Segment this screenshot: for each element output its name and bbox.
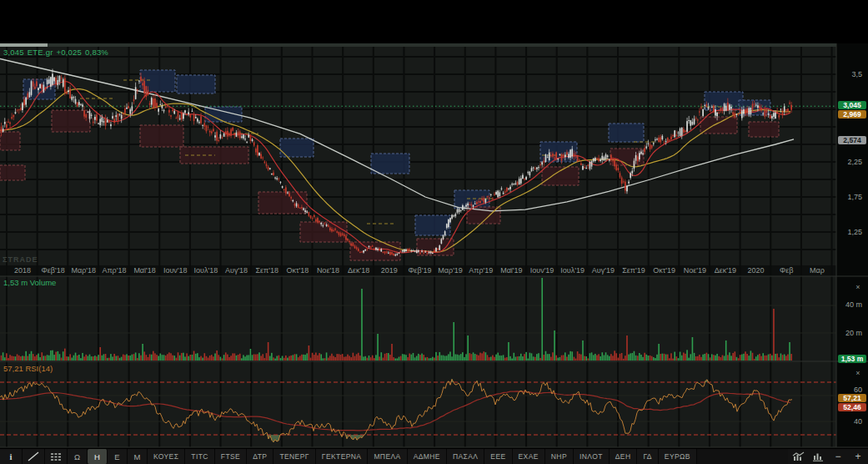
timeframe-button-Η[interactable]: Η <box>88 449 108 464</box>
ticker-button-ΓΕΚΤΕΡΝΑ[interactable]: ΓΕΚΤΕΡΝΑ <box>316 449 369 464</box>
volume-bar <box>264 358 266 361</box>
volume-bar <box>208 358 209 361</box>
volume-bar <box>711 354 713 361</box>
candle-body <box>674 130 675 137</box>
ticker-button-ΕΕΕ[interactable]: ΕΕΕ <box>484 449 512 464</box>
rsi-close-button[interactable]: × <box>852 369 864 378</box>
candle-body <box>211 131 213 133</box>
volume-close-button[interactable]: × <box>852 283 864 292</box>
candle-body <box>135 87 137 99</box>
volume-bar <box>485 352 487 361</box>
candle-body <box>504 191 506 192</box>
trendline-tool-icon[interactable] <box>23 449 45 464</box>
volume-bar <box>690 354 692 361</box>
candle-body <box>255 149 257 152</box>
candle-body <box>490 194 492 195</box>
zoom-in-button[interactable]: + <box>848 449 868 464</box>
candle-body <box>153 98 154 108</box>
ticker-button-ΠΑΣΑΛ[interactable]: ΠΑΣΑΛ <box>447 449 484 464</box>
candle-body <box>347 239 349 240</box>
volume-bar <box>554 330 555 361</box>
ticker-shortcut-group: ΚΟΥΕΣΤΙΤCFTSEΔΤΡΤΕΝΕΡΓΓΕΚΤΕΡΝΑΜΠΕΛΑΑΔΜΗΕ… <box>148 449 697 464</box>
ticker-button-FTSE[interactable]: FTSE <box>215 449 247 464</box>
candle-body <box>244 139 246 139</box>
volume-bar <box>547 354 549 361</box>
candle-body <box>748 108 750 114</box>
info-icon[interactable]: i <box>0 449 23 464</box>
volume-bar <box>72 358 73 361</box>
candle-body <box>566 152 568 154</box>
timeframe-button-Μ[interactable]: Μ <box>128 449 148 464</box>
volume-bar <box>85 355 87 361</box>
volume-bar <box>112 356 113 361</box>
volume-bar <box>670 353 672 361</box>
candle-body <box>310 215 312 218</box>
candle-body <box>448 219 449 227</box>
volume-bar <box>257 354 258 361</box>
ticker-button-ΜΠΕΛΑ[interactable]: ΜΠΕΛΑ <box>368 449 407 464</box>
candle-body <box>39 84 41 88</box>
candle-body <box>407 249 409 251</box>
volume-bar <box>243 355 244 361</box>
candle-body <box>568 154 569 158</box>
chart-horizontal-scrollbar[interactable] <box>0 43 836 47</box>
histogram-icon[interactable] <box>808 449 828 464</box>
rsi-axis-label: 40 <box>836 417 866 426</box>
volume-bar <box>151 355 153 361</box>
ticker-button-ΝΗΡ[interactable]: ΝΗΡ <box>545 449 574 464</box>
timeframe-button-Ω[interactable]: Ω <box>68 449 88 464</box>
volume-bar <box>17 354 18 361</box>
chart-style-icon[interactable] <box>788 449 808 464</box>
ticker-button-ΔΤΡ[interactable]: ΔΤΡ <box>247 449 273 464</box>
candle-body <box>69 88 71 98</box>
candle-body <box>522 175 524 179</box>
candle-body <box>118 113 119 120</box>
candle-body <box>183 113 184 119</box>
volume-bar <box>309 345 310 361</box>
volume-bar <box>124 355 126 361</box>
scrollbar-thumb[interactable] <box>0 43 48 47</box>
volume-bar <box>600 356 601 361</box>
ticker-button-ΕΧΑΕ[interactable]: ΕΧΑΕ <box>513 449 545 464</box>
volume-bar <box>314 355 315 361</box>
volume-bar <box>324 358 326 361</box>
volume-bar <box>375 355 377 361</box>
price-volume-rsi-chart[interactable] <box>0 0 868 464</box>
ticker-button-ΑΔΜΗΕ[interactable]: ΑΔΜΗΕ <box>408 449 447 464</box>
x-axis-month-label: Νοε'18 <box>317 265 339 276</box>
ticker-button-ΚΟΥΕΣ[interactable]: ΚΟΥΕΣ <box>148 449 185 464</box>
x-axis-month-label: Νοε'19 <box>684 265 706 276</box>
zoom-out-button[interactable]: − <box>828 449 848 464</box>
vertical-gridline <box>6 43 8 447</box>
candle-body <box>732 112 734 115</box>
candle-body <box>741 110 743 118</box>
volume-bar <box>407 357 409 361</box>
ticker-button-ΓΔ[interactable]: ΓΔ <box>637 449 658 464</box>
ticker-button-ΤΕΝΕΡΓ[interactable]: ΤΕΝΕΡΓ <box>273 449 315 464</box>
volume-bar <box>140 356 142 361</box>
candle-body <box>223 134 225 137</box>
candle-body <box>288 193 290 196</box>
volume-bar <box>400 356 402 361</box>
volume-bar <box>3 352 4 361</box>
volume-bar <box>258 352 260 361</box>
volume-bar <box>579 354 580 361</box>
x-axis-month-label: Ιουν'18 <box>163 265 188 276</box>
volume-bar <box>153 351 154 361</box>
watchlist-icon[interactable] <box>45 449 68 464</box>
ticker-button-ΔΕΗ[interactable]: ΔΕΗ <box>610 449 638 464</box>
candle-body <box>375 248 377 250</box>
candle-body <box>29 92 31 97</box>
candle-body <box>690 120 692 126</box>
candle-body <box>499 192 501 196</box>
volume-bar <box>494 357 495 361</box>
candle-body <box>547 157 549 158</box>
timeframe-button-Ε[interactable]: Ε <box>108 449 128 464</box>
volume-bar <box>497 353 499 361</box>
ticker-button-ΤΙΤC[interactable]: ΤΙΤC <box>185 449 214 464</box>
ticker-button-ΙΝΛΟΤ[interactable]: ΙΝΛΟΤ <box>574 449 610 464</box>
ticker-button-ΕΥΡΩΒ[interactable]: ΕΥΡΩΒ <box>659 449 697 464</box>
vertical-gridline <box>831 43 833 447</box>
volume-bar <box>541 278 543 361</box>
candle-body <box>506 188 508 192</box>
